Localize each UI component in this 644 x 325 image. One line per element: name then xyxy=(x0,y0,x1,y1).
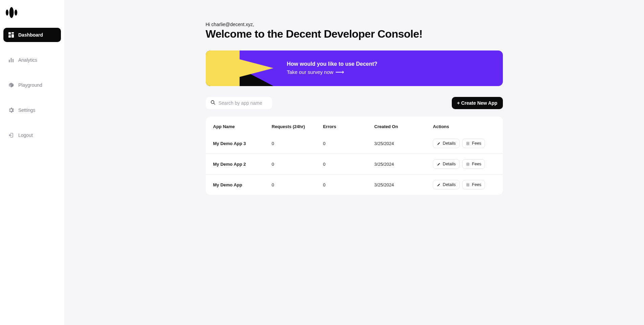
sidebar-item-label: Analytics xyxy=(18,57,37,63)
svg-point-2 xyxy=(15,9,17,16)
greeting-text: Hi charlie@decent.xyz, xyxy=(206,22,503,27)
arrow-right-icon: ⟶ xyxy=(335,68,344,76)
cell-created: 3/25/2024 xyxy=(374,182,433,187)
details-button[interactable]: Details xyxy=(433,180,459,189)
cell-app-name: My Demo App xyxy=(213,182,272,187)
logout-icon xyxy=(8,132,14,138)
table-row: My Demo App 0 0 3/25/2024 Details Fees xyxy=(206,174,503,195)
apps-table: App Name Requests (24hr) Errors Created … xyxy=(206,117,503,195)
gear-icon xyxy=(8,107,14,113)
fees-label: Fees xyxy=(472,141,482,146)
svg-point-0 xyxy=(6,9,8,16)
cell-actions: Details Fees xyxy=(433,180,495,189)
details-label: Details xyxy=(443,162,456,166)
pencil-icon xyxy=(437,141,441,145)
toolbar: + Create New App xyxy=(206,97,503,109)
table-header-row: App Name Requests (24hr) Errors Created … xyxy=(206,117,503,133)
search-icon xyxy=(210,100,215,106)
cell-requests: 0 xyxy=(272,182,323,187)
svg-point-1 xyxy=(9,7,14,18)
col-header-errors: Errors xyxy=(323,124,374,129)
banner-title: How would you like to use Decent? xyxy=(287,61,378,67)
coins-icon xyxy=(466,183,470,187)
page-title: Welcome to the Decent Developer Console! xyxy=(206,28,503,40)
cell-requests: 0 xyxy=(272,162,323,167)
pencil-icon xyxy=(437,183,441,187)
cell-created: 3/25/2024 xyxy=(374,162,433,167)
sidebar-item-label: Logout xyxy=(18,133,33,138)
search-box[interactable] xyxy=(206,97,272,109)
sidebar-item-label: Settings xyxy=(18,107,36,113)
survey-banner[interactable]: How would you like to use Decent? Take o… xyxy=(206,50,503,86)
banner-text: How would you like to use Decent? Take o… xyxy=(273,61,378,76)
table-row: My Demo App 2 0 0 3/25/2024 Details Fees xyxy=(206,154,503,174)
logo-icon xyxy=(5,7,18,18)
col-header-requests: Requests (24hr) xyxy=(272,124,323,129)
coins-icon xyxy=(466,162,470,166)
content-wrap: Hi charlie@decent.xyz, Welcome to the De… xyxy=(206,22,503,311)
playground-icon xyxy=(8,82,14,88)
cell-errors: 0 xyxy=(323,182,374,187)
create-new-app-button[interactable]: + Create New App xyxy=(452,97,503,109)
cell-requests: 0 xyxy=(272,141,323,146)
pencil-icon xyxy=(437,162,441,166)
svg-rect-5 xyxy=(12,34,14,38)
sidebar-item-dashboard[interactable]: Dashboard xyxy=(3,28,61,42)
analytics-icon xyxy=(8,57,14,63)
dashboard-icon xyxy=(8,32,14,38)
fees-button[interactable]: Fees xyxy=(462,139,485,148)
search-input[interactable] xyxy=(219,100,278,106)
table-row: My Demo App 3 0 0 3/25/2024 Details Fees xyxy=(206,133,503,154)
cell-app-name: My Demo App 3 xyxy=(213,141,272,146)
app-root: Dashboard Analytics Playground Settings xyxy=(0,0,644,325)
fees-button[interactable]: Fees xyxy=(462,159,485,169)
cell-actions: Details Fees xyxy=(433,139,495,148)
details-label: Details xyxy=(443,182,456,187)
main-content: Hi charlie@decent.xyz, Welcome to the De… xyxy=(64,0,644,325)
cell-errors: 0 xyxy=(323,141,374,146)
banner-cta[interactable]: Take our survey now ⟶ xyxy=(287,68,345,76)
banner-subtitle: Take our survey now xyxy=(287,69,334,75)
details-button[interactable]: Details xyxy=(433,139,459,148)
sidebar-item-label: Playground xyxy=(18,82,42,88)
sidebar-item-logout[interactable]: Logout xyxy=(3,128,61,142)
logo xyxy=(3,5,61,25)
details-button[interactable]: Details xyxy=(433,159,459,169)
table-body: My Demo App 3 0 0 3/25/2024 Details Fees xyxy=(206,133,503,195)
svg-rect-8 xyxy=(11,58,12,62)
cell-app-name: My Demo App 2 xyxy=(213,162,272,167)
svg-rect-4 xyxy=(12,32,14,34)
cell-actions: Details Fees xyxy=(433,159,495,169)
col-header-created: Created On xyxy=(374,124,433,129)
coins-icon xyxy=(466,141,470,145)
cell-created: 3/25/2024 xyxy=(374,141,433,146)
sidebar-item-label: Dashboard xyxy=(18,32,43,38)
svg-rect-3 xyxy=(8,32,11,35)
sidebar-item-playground[interactable]: Playground xyxy=(3,78,61,92)
fees-button[interactable]: Fees xyxy=(462,180,485,189)
sidebar: Dashboard Analytics Playground Settings xyxy=(0,0,64,325)
fees-label: Fees xyxy=(472,182,482,187)
fees-label: Fees xyxy=(472,162,482,166)
col-header-actions: Actions xyxy=(433,124,495,129)
col-header-app-name: App Name xyxy=(213,124,272,129)
svg-rect-9 xyxy=(13,59,14,62)
sidebar-item-analytics[interactable]: Analytics xyxy=(3,53,61,67)
sidebar-item-settings[interactable]: Settings xyxy=(3,103,61,117)
details-label: Details xyxy=(443,141,456,146)
banner-graphic xyxy=(206,50,273,86)
svg-rect-6 xyxy=(8,35,11,38)
svg-rect-7 xyxy=(9,60,10,62)
cell-errors: 0 xyxy=(323,162,374,167)
